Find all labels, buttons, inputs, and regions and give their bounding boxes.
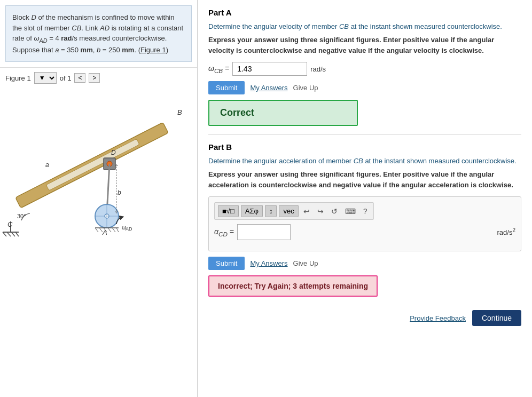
part-b-unit: rad/s2 — [497, 227, 515, 236]
part-b-answer-row: αCD = rad/s2 — [214, 224, 515, 240]
part-b-my-answers-button[interactable]: My Answers — [250, 259, 287, 267]
svg-text:30°: 30° — [17, 213, 26, 219]
part-b-instruction: Express your answer using three signific… — [208, 169, 521, 190]
part-b-title: Part B — [208, 142, 521, 152]
part-a-answer-label: ωCB = — [208, 64, 229, 74]
svg-text:b: b — [118, 189, 121, 196]
refresh-button[interactable]: ↺ — [328, 205, 340, 217]
part-b: Part B Determine the angular acceleratio… — [208, 142, 521, 302]
figure-svg: C 30° B a b — [0, 88, 192, 243]
figure-next-button[interactable]: > — [89, 73, 100, 83]
part-b-description: Determine the angular acceleration of me… — [208, 157, 521, 165]
part-b-submit-button[interactable]: Submit — [208, 257, 245, 270]
figure-label: Figure 1 — [5, 74, 31, 82]
figure-controls: Figure 1 ▼ of 1 < > — [0, 67, 197, 88]
part-a-description: Determine the angular velocity of member… — [208, 22, 521, 30]
right-panel: Part A Determine the angular velocity of… — [198, 0, 532, 397]
part-b-answer-label: αCD = — [214, 227, 234, 237]
problem-description: Block D of the mechanism is confined to … — [5, 5, 192, 62]
undo-button[interactable]: ↩ — [301, 205, 312, 217]
incorrect-banner: Incorrect; Try Again; 3 attempts remaini… — [208, 275, 378, 297]
sigma-button[interactable]: AΣφ — [241, 205, 263, 217]
svg-text:D: D — [111, 149, 116, 156]
part-a-title: Part A — [208, 8, 521, 17]
svg-text:C: C — [7, 220, 13, 228]
part-b-action-row: Submit My Answers Give Up — [208, 257, 521, 270]
figure-of-text: of 1 — [60, 74, 72, 82]
arrows-button[interactable]: ↕ — [265, 205, 277, 217]
bottom-actions: Provide Feedback Continue — [208, 310, 521, 326]
svg-text:AD: AD — [126, 226, 132, 232]
vec-button[interactable]: vec — [279, 205, 298, 217]
figure-prev-button[interactable]: < — [74, 73, 85, 83]
math-toolbar: ■√□ AΣφ ↕ vec ↩ ↪ ↺ ⌨ ? — [214, 202, 374, 220]
part-a-unit: rad/s — [310, 65, 326, 73]
part-a-give-up-label: Give Up — [293, 84, 318, 92]
continue-button[interactable]: Continue — [472, 310, 521, 326]
figure-select[interactable]: ▼ — [34, 72, 57, 84]
svg-text:B: B — [177, 108, 182, 116]
part-b-input-area: ■√□ AΣφ ↕ vec ↩ ↪ ↺ ⌨ ? αCD = rad/s2 — [208, 196, 521, 251]
problem-text: Block D of the mechanism is confined to … — [12, 13, 183, 54]
svg-text:a: a — [45, 161, 49, 169]
matrix-button[interactable]: ■√□ — [218, 205, 239, 217]
part-a-my-answers-button[interactable]: My Answers — [250, 84, 287, 92]
part-a-answer-row: ωCB = rad/s — [208, 62, 521, 76]
keyboard-button[interactable]: ⌨ — [342, 205, 358, 217]
part-a-submit-button[interactable]: Submit — [208, 81, 245, 94]
part-a: Part A Determine the angular velocity of… — [208, 8, 521, 126]
left-panel: Block D of the mechanism is confined to … — [0, 0, 198, 397]
part-b-give-up-label: Give Up — [293, 259, 318, 267]
part-divider — [208, 134, 521, 134]
part-a-answer-input[interactable] — [232, 62, 307, 76]
redo-button[interactable]: ↪ — [315, 205, 326, 217]
correct-banner: Correct — [208, 100, 358, 126]
help-button[interactable]: ? — [361, 205, 370, 217]
part-a-instruction: Express your answer using three signific… — [208, 35, 521, 55]
part-a-action-row: Submit My Answers Give Up — [208, 81, 521, 94]
provide-feedback-button[interactable]: Provide Feedback — [410, 314, 466, 322]
figure-canvas: C 30° B a b — [0, 88, 197, 397]
part-b-answer-input[interactable] — [237, 224, 291, 240]
